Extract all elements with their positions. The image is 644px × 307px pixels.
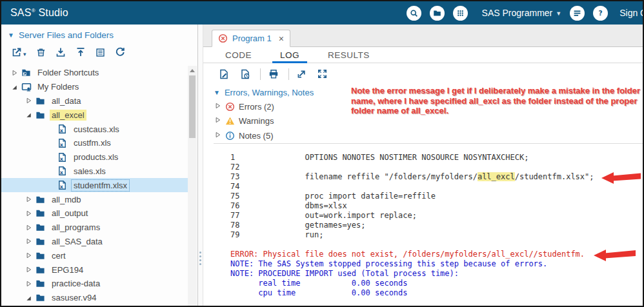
expander-collapsed-icon[interactable] bbox=[25, 195, 35, 203]
tree-item-studentfm-xlsx[interactable]: xstudentfm.xlsx bbox=[1, 178, 188, 192]
expander-collapsed-icon[interactable] bbox=[214, 102, 221, 112]
recover-log-icon bbox=[240, 69, 250, 79]
pop-out-icon bbox=[297, 69, 307, 79]
tab-results[interactable]: RESULTS bbox=[320, 47, 377, 63]
expander-collapsed-icon[interactable] bbox=[25, 237, 35, 245]
maximize-icon bbox=[317, 69, 327, 79]
log-line-code: 76 dbms=xlsx bbox=[230, 201, 594, 211]
tree-item-label: all_mdb bbox=[50, 194, 83, 205]
download-button[interactable] bbox=[54, 46, 67, 59]
scroll-up-icon[interactable] bbox=[190, 69, 195, 72]
tree-item-custfm-xls[interactable]: xcustfm.xls bbox=[1, 136, 188, 150]
expander-collapsed-icon[interactable] bbox=[25, 210, 35, 217]
expander-expanded-icon[interactable] bbox=[10, 83, 21, 91]
summary-label: Notes (5) bbox=[239, 131, 273, 141]
tree-item-all-sas-data[interactable]: all_SAS_data bbox=[1, 235, 188, 249]
log-toolbar bbox=[203, 63, 643, 84]
folder-icon bbox=[35, 223, 46, 232]
search-button[interactable] bbox=[407, 6, 421, 21]
expander-collapsed-icon[interactable] bbox=[214, 116, 221, 126]
tree-item-sales-xls[interactable]: xsales.xls bbox=[1, 164, 188, 179]
summary-info-row[interactable]: Notes (5) bbox=[214, 128, 314, 143]
tree-item-cert[interactable]: cert bbox=[1, 248, 188, 262]
tree-item-label: cert bbox=[50, 250, 68, 261]
tree-item-label: all_SAS_data bbox=[50, 236, 105, 247]
expander-expanded-icon[interactable] bbox=[25, 111, 35, 119]
app-header: SAS® Studio SAS Programmer▼ ? Sign O bbox=[1, 1, 643, 25]
error-circle-icon bbox=[218, 34, 228, 43]
print-button[interactable] bbox=[267, 68, 280, 81]
tab-log[interactable]: LOG bbox=[272, 47, 307, 63]
refresh-button[interactable] bbox=[114, 46, 126, 59]
server-files-title: Server Files and Folders bbox=[19, 30, 114, 40]
tree-item-all-mdb[interactable]: all_mdb bbox=[1, 192, 188, 206]
upload-icon bbox=[75, 47, 86, 57]
maximize-button[interactable] bbox=[316, 68, 328, 80]
expander-collapsed-icon[interactable] bbox=[25, 280, 35, 288]
folder-icon bbox=[35, 293, 46, 302]
user-role-menu[interactable]: SAS Programmer▼ bbox=[482, 8, 562, 18]
expander-expanded-icon[interactable] bbox=[25, 294, 35, 302]
open-folder-button[interactable] bbox=[430, 6, 445, 21]
tree-item-label: My Folders bbox=[35, 81, 81, 92]
splitter-handle-icon bbox=[199, 252, 201, 253]
upload-button[interactable] bbox=[74, 46, 87, 59]
server-files-section-header[interactable]: ▼ Server Files and Folders bbox=[8, 30, 114, 40]
delete-button[interactable] bbox=[35, 46, 47, 59]
log-line-code: 79 run; bbox=[230, 230, 594, 240]
tree-item-folder-shortcuts[interactable]: Folder Shortcuts bbox=[1, 66, 188, 80]
folder-icon bbox=[35, 208, 46, 218]
errors-warnings-notes-header[interactable]: ▼ Errors, Warnings, Notes bbox=[214, 85, 314, 99]
svg-text:x: x bbox=[60, 142, 64, 148]
tree-item-my-folders[interactable]: My Folders bbox=[1, 80, 188, 94]
help-button[interactable]: ? bbox=[593, 6, 608, 21]
tree-item-all-programs[interactable]: all_programs bbox=[1, 221, 188, 235]
log-line-code: 1 OPTIONS NONOTES NOSTIMER NOSOURCE NOSY… bbox=[230, 153, 594, 163]
log-line-note: cpu time 0.00 seconds bbox=[230, 288, 594, 298]
tree-item-sasuser-v94[interactable]: sasuser.v94 bbox=[1, 291, 188, 305]
expander-collapsed-icon[interactable] bbox=[25, 252, 35, 259]
tree-item-label: custfm.xls bbox=[72, 137, 113, 148]
annotation-text: Note the error message I get if I delibe… bbox=[351, 86, 643, 116]
properties-icon bbox=[96, 48, 105, 57]
tree-item-epg194[interactable]: EPG194 bbox=[1, 262, 188, 277]
excel-file-icon: x bbox=[57, 180, 68, 190]
scrollbar-thumb[interactable] bbox=[189, 75, 196, 138]
tree-item-practice-data[interactable]: practice-data bbox=[1, 277, 188, 291]
save-log-button[interactable] bbox=[217, 68, 230, 81]
recover-log-button[interactable] bbox=[239, 68, 252, 81]
panel-splitter[interactable] bbox=[197, 25, 203, 306]
pop-out-button[interactable] bbox=[296, 68, 308, 80]
new-item-button[interactable]: ▾ bbox=[10, 46, 28, 59]
expander-collapsed-icon[interactable] bbox=[10, 69, 21, 77]
tree-item-label: EPG194 bbox=[50, 264, 85, 275]
tab-program-1[interactable]: Program 1 × bbox=[212, 30, 290, 47]
tree-item-label: sales.xls bbox=[72, 166, 108, 177]
tab-code[interactable]: CODE bbox=[217, 47, 259, 63]
tree-item-all-output[interactable]: all_output bbox=[1, 206, 188, 221]
tree-item-all-data[interactable]: all_data bbox=[1, 94, 188, 108]
expander-collapsed-icon[interactable] bbox=[25, 97, 35, 104]
expander-collapsed-icon[interactable] bbox=[214, 131, 221, 141]
summary-label: Errors (2) bbox=[239, 102, 274, 112]
folder-shortcut-icon bbox=[21, 68, 32, 77]
tree-item-all-excel[interactable]: all_excel bbox=[1, 108, 188, 122]
console-button[interactable] bbox=[570, 6, 585, 21]
summary-warning-row[interactable]: Warnings bbox=[214, 114, 314, 129]
expander-collapsed-icon[interactable] bbox=[25, 266, 35, 273]
sidebar-scrollbar[interactable] bbox=[188, 66, 197, 306]
sign-out-button[interactable]: Sign O bbox=[619, 8, 644, 18]
properties-button[interactable] bbox=[94, 46, 106, 59]
tree-item-custcaus-xls[interactable]: xcustcaus.xls bbox=[1, 122, 188, 136]
highlighted-text: all_excl bbox=[478, 172, 515, 181]
close-tab-icon[interactable]: × bbox=[279, 34, 284, 43]
summary-label: Warnings bbox=[239, 116, 274, 126]
sas-studio-window: SAS® Studio SAS Programmer▼ ? Sign O ▼ S… bbox=[0, 0, 644, 307]
log-line-code: 73 filename reffile "/folders/myfolders/… bbox=[230, 172, 594, 182]
apps-grid-button[interactable] bbox=[453, 6, 468, 21]
tree-item-products-xls[interactable]: xproducts.xls bbox=[1, 150, 188, 164]
summary-error-row[interactable]: Errors (2) bbox=[214, 99, 314, 114]
toolbar-separator bbox=[288, 68, 289, 80]
expander-collapsed-icon[interactable] bbox=[25, 224, 35, 232]
log-line-code: 72 bbox=[230, 163, 594, 172]
